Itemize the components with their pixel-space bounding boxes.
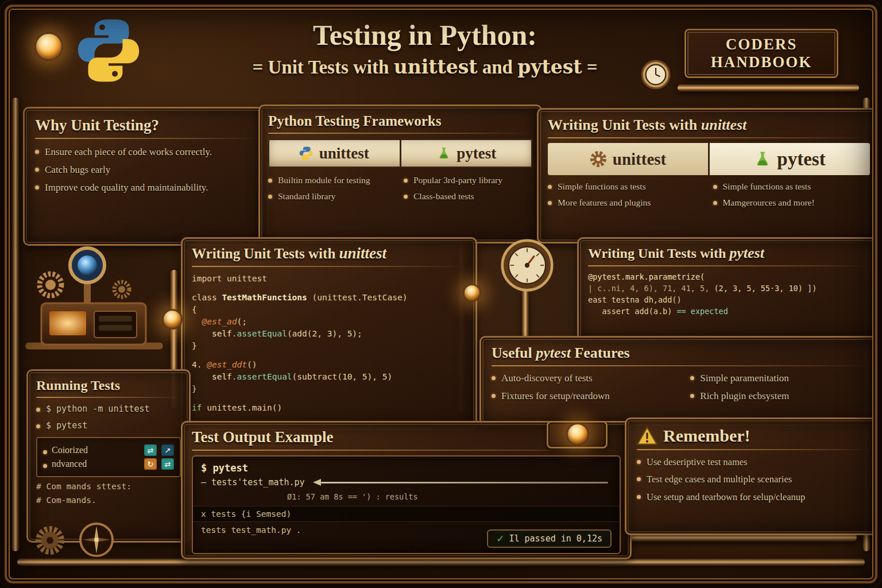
lamp-icon: [34, 32, 63, 61]
code-text: if: [192, 403, 207, 412]
terminal-meta-line: Ø1: 57 am 8s == ') : results: [287, 492, 612, 501]
bullet-text: Simple functions as tests: [558, 181, 646, 192]
bullet-text: Simple paramenitation: [700, 372, 788, 385]
code-text: .assertEqual: [232, 372, 292, 381]
warning-icon: [637, 426, 657, 446]
terminal-command: $ pytest: [201, 462, 612, 474]
panel-unittest-code: Writing Unit Tests with unittest import …: [181, 237, 477, 430]
bullet-dot-icon: [35, 185, 39, 189]
terminal-file-line: — tests'test_math.py: [201, 477, 612, 488]
bullet-text: Use deseriptive test names: [647, 456, 748, 468]
panel-title: Remember!: [663, 426, 751, 446]
bullet-text: Catch bugs early: [45, 164, 110, 176]
divider: [637, 449, 871, 450]
code-line: self.assetEqual(add(2, 3), 5);: [192, 328, 466, 340]
bullet-item: $ python -m unittest: [36, 404, 181, 415]
panel-remember: Remember! Use deseriptive test names Tes…: [625, 417, 882, 535]
code-text: {: [192, 305, 197, 314]
panel-running-tests: Running Tests $ python -m unittest $ pyt…: [26, 369, 191, 543]
panel-why-unit-testing: Why Unit Testing? Ensure each piece of c…: [23, 107, 269, 246]
flask-icon: [437, 146, 451, 161]
command-text: $ pytest: [46, 420, 87, 432]
comment-line: # Com-mands.: [36, 496, 181, 505]
divider: [36, 397, 181, 398]
bullet-dot-icon: [268, 179, 272, 183]
bullet-text: Simple functions as tests: [723, 181, 811, 192]
title-text: Writing Unit Tests with: [548, 117, 701, 133]
option-icon: ↗: [161, 444, 174, 456]
code-line: {: [192, 304, 466, 316]
subtitle-text: = Unit Tests with: [252, 57, 393, 78]
divider: [548, 137, 870, 138]
flask-icon: [754, 150, 771, 168]
gear-wheel-icon: [33, 524, 67, 557]
bullet-dot-icon: [36, 408, 40, 412]
header-pipe: [678, 84, 859, 92]
terminal-collect-line: x tests {i Semsed): [193, 506, 620, 522]
code-text: [192, 317, 202, 326]
passed-text: Il passed in 0,12s: [509, 533, 602, 544]
option-row: Coiorized ⇄ ↗: [43, 444, 174, 456]
unittest-banner-cell: unittest: [548, 143, 708, 175]
bullet-item: Mamgerources and more!: [713, 197, 871, 208]
panel-python-testing-frameworks: Python Testing Frameworks unittest pytes…: [258, 105, 542, 243]
bullet-item: Use setup and tearbown for selup/cleanup: [637, 491, 871, 503]
divider: [588, 265, 870, 266]
option-label: Coiorized: [52, 445, 140, 455]
bullet-item: Rich plugin ecbsystem: [690, 390, 871, 403]
code-line: }: [192, 383, 466, 395]
bullet-dot-icon: [637, 460, 641, 464]
gauge-pipe: [521, 290, 529, 339]
code-line: }: [192, 340, 466, 352]
bullet-dot-icon: [637, 477, 641, 481]
code-text: @pytest.mark.parametrize(: [588, 272, 705, 281]
bullet-dot-icon: [492, 394, 496, 398]
file-name: — tests'test_math.py: [201, 477, 305, 488]
code-text: (unittest.TestCase): [312, 293, 408, 302]
code-line: east testna dh,add(): [588, 294, 870, 305]
bullet-item: Use deseriptive test names: [637, 456, 871, 468]
unittest-code-block: import unittest class TestMathFunctions …: [192, 273, 466, 414]
code-text: (add(2, 3), 5);: [287, 329, 362, 338]
overview-banner: unittest pytest: [548, 143, 870, 175]
divider: [268, 133, 532, 134]
bullet-text: Rich plugin ecbsystem: [700, 390, 789, 403]
steampunk-machine-illustration: [15, 230, 171, 366]
bullet-text: Improve code quality and maintainability…: [45, 181, 208, 194]
option-icon: ⇄: [161, 458, 174, 470]
bullet-dot-icon: [492, 376, 496, 380]
bullet-item: Simple paramenitation: [690, 372, 871, 385]
code-text: | c..ni, 4, 6), 71, 41, 5,: [588, 284, 714, 293]
bullet-text: More features and plugins: [558, 197, 651, 208]
code-line: if unittest.main(): [192, 402, 466, 414]
code-line: | c..ni, 4, 6), 71, 41, 5, (2, 3, 5, 55·…: [588, 283, 870, 294]
unittest-banner-cell: unittest: [268, 139, 400, 168]
check-icon: ✓: [496, 533, 504, 544]
bullet-dot-icon: [690, 376, 694, 380]
code-text: (2, 3, 5, 55·3, 10) ]): [714, 284, 817, 293]
bullet-dot-icon: [713, 201, 717, 205]
bullet-text: Builtin module for testing: [278, 175, 370, 186]
clock-icon: [641, 60, 671, 90]
title-unittest: unittest: [701, 117, 746, 133]
option-icon: ↻: [144, 458, 157, 470]
terminal-screen: $ pytest — tests'test_math.py Ø1: 57 am …: [192, 455, 621, 554]
framework-name: unittest: [319, 145, 369, 163]
bullet-item: Standard library: [268, 191, 397, 202]
subtitle-unittest: unittest: [394, 56, 478, 78]
code-text: ,add(): [653, 295, 682, 304]
gear-icon: [590, 150, 607, 168]
coders-handbook-badge: CODERS HANDBOOK: [684, 29, 838, 78]
code-text: .assetEqual: [232, 329, 287, 338]
bullet-item: Simple functions as tests: [548, 181, 705, 192]
panel-title: Writing Unit Tests with pytest: [588, 245, 870, 262]
badge-text: HANDBOOK: [711, 53, 813, 71]
python-logo-icon: [74, 15, 144, 86]
divider: [35, 138, 257, 139]
bullet-dot-icon: [637, 495, 641, 499]
title-text: Features: [571, 345, 630, 361]
code-text: 4.: [192, 360, 207, 369]
badge-text: CODERS: [726, 36, 798, 53]
arrow-left-icon: [313, 479, 321, 486]
title-pytest: pytest: [536, 345, 571, 361]
